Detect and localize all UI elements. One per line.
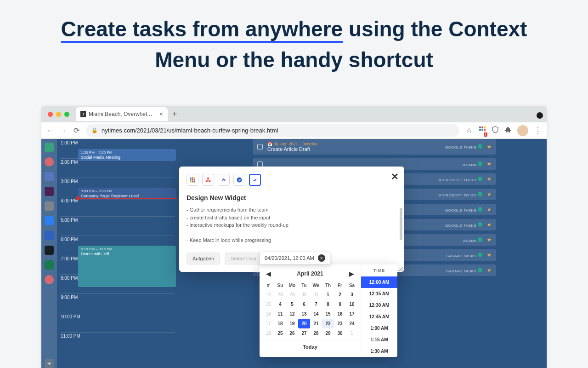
calendar-day[interactable]: 24 <box>346 319 358 328</box>
shield-icon[interactable] <box>492 126 499 135</box>
star-icon[interactable]: ★ <box>487 161 492 167</box>
browser-tab[interactable]: T Miami Beach, Overwhelmed by × <box>76 107 168 121</box>
calendar-day[interactable]: 25 <box>274 328 286 338</box>
sidebar-add-button[interactable]: + <box>45 359 54 368</box>
extensions-puzzle-icon[interactable] <box>504 126 512 135</box>
calendar-day[interactable]: 26 <box>286 328 298 338</box>
calendar-day[interactable]: 14 <box>310 309 322 319</box>
reload-icon[interactable]: ⟳ <box>74 126 79 135</box>
calendar-day[interactable]: 28 <box>274 290 286 299</box>
profile-avatar[interactable] <box>517 125 528 136</box>
star-icon[interactable]: ★ <box>487 191 492 197</box>
integration-google-icon[interactable] <box>187 174 198 186</box>
calendar-day[interactable]: 16 <box>334 309 346 319</box>
time-option[interactable]: 12:45 AM <box>361 311 397 322</box>
modal-close-icon[interactable]: ✕ <box>391 171 399 182</box>
calendar-day[interactable]: 31 <box>310 290 322 299</box>
forward-icon[interactable]: → <box>60 126 67 135</box>
maximize-window-icon[interactable] <box>64 112 69 117</box>
kebab-menu-icon[interactable]: ⋮ <box>534 126 542 136</box>
next-month-icon[interactable]: ▶ <box>349 270 354 277</box>
time-option[interactable]: 12:00 AM <box>361 276 397 288</box>
sidebar-app-7[interactable] <box>45 231 54 240</box>
calendar-day[interactable]: 2 <box>334 290 346 299</box>
star-icon[interactable]: ★ <box>487 176 492 182</box>
calendar-day[interactable]: 13 <box>298 309 310 319</box>
calendar-day[interactable]: 30 <box>334 328 346 338</box>
star-icon[interactable]: ★ <box>487 267 492 273</box>
time-option[interactable]: 1:15 AM <box>361 334 397 345</box>
calendar-day[interactable]: 4 <box>274 299 286 309</box>
select-list-button[interactable]: Aufgaben <box>187 253 220 264</box>
sidebar-app-1[interactable] <box>45 143 54 152</box>
integration-asana-icon[interactable] <box>202 174 214 186</box>
calendar-day[interactable]: 1 <box>322 290 334 299</box>
calendar-day[interactable]: 27 <box>298 328 310 338</box>
star-icon[interactable]: ★ <box>487 207 492 213</box>
time-option[interactable]: 1:00 AM <box>361 322 397 334</box>
calendar-day[interactable]: 3 <box>346 290 358 299</box>
task-row[interactable]: 📅 06. Apr. 2021 - OverdueCreate Article … <box>253 139 496 155</box>
calendar-day[interactable]: 20 <box>298 319 310 328</box>
close-window-icon[interactable] <box>48 112 53 117</box>
calendar-day[interactable]: 28 <box>310 328 322 338</box>
calendar-day[interactable]: 29 <box>286 290 298 299</box>
star-icon[interactable]: ☆ <box>466 126 472 135</box>
sidebar-app-8[interactable] <box>45 246 54 255</box>
new-tab-button[interactable]: + <box>172 109 177 119</box>
sidebar-app-2[interactable] <box>45 157 54 167</box>
calendar-day[interactable]: 5 <box>286 299 298 309</box>
calendar-day[interactable]: 17 <box>346 309 358 319</box>
calendar-event[interactable]: 6:15 PM – 8:15 PMDinner with Jeff <box>78 246 176 287</box>
calendar-day[interactable]: 18 <box>274 319 286 328</box>
minimize-window-icon[interactable] <box>56 112 61 117</box>
address-bar[interactable]: 🔒 nytimes.com/2021/03/21/us/miami-beach-… <box>86 124 459 137</box>
calendar-day[interactable]: 30 <box>298 290 310 299</box>
calendar-day[interactable]: 9 <box>334 299 346 309</box>
task-checkbox[interactable] <box>257 161 263 167</box>
today-button[interactable]: Today <box>262 340 358 353</box>
calendar-day[interactable]: 10 <box>346 299 358 309</box>
calendar-day[interactable]: 11 <box>274 309 286 319</box>
integration-clickup-icon[interactable] <box>218 174 230 186</box>
star-icon[interactable]: ★ <box>487 144 492 150</box>
time-option[interactable]: 12:30 AM <box>361 299 397 311</box>
date-chip[interactable]: 04/20/2021, 12:00 AM × <box>260 252 330 264</box>
sidebar-app-9[interactable] <box>45 260 54 270</box>
time-option[interactable]: 1:30 AM <box>361 345 397 357</box>
integration-jira-icon[interactable] <box>233 174 245 186</box>
calendar-day[interactable]: 22 <box>322 319 334 328</box>
extension-settings-icon[interactable] <box>537 112 543 119</box>
select-user-button[interactable]: Select User <box>225 253 263 264</box>
calendar-event[interactable]: 1:30 PM – 2:30 PMSocial Media Meeting <box>78 149 176 161</box>
extension-icon[interactable]: 2 <box>479 126 486 135</box>
sidebar-app-4[interactable] <box>45 187 54 196</box>
task-description[interactable]: - Gather requirements from the team- cre… <box>187 206 397 244</box>
tab-close-icon[interactable]: × <box>159 110 163 118</box>
calendar-day[interactable]: 21 <box>310 319 322 328</box>
calendar-day[interactable]: 29 <box>322 328 334 338</box>
calendar-day[interactable]: 7 <box>310 299 322 309</box>
star-icon[interactable]: ★ <box>487 222 492 228</box>
sidebar-app-10[interactable] <box>45 275 54 284</box>
task-checkbox[interactable] <box>257 144 263 150</box>
calendar-day[interactable]: 12 <box>286 309 298 319</box>
sidebar-app-3[interactable] <box>45 172 54 181</box>
modal-scrollbar[interactable] <box>400 208 402 240</box>
clear-date-icon[interactable]: × <box>318 254 325 262</box>
time-option[interactable]: 12:15 AM <box>361 288 397 299</box>
back-icon[interactable]: ← <box>46 126 53 135</box>
calendar-day[interactable]: 8 <box>322 299 334 309</box>
calendar-day[interactable]: 15 <box>322 309 334 319</box>
calendar-day[interactable]: 23 <box>334 319 346 328</box>
calendar-day[interactable]: 19 <box>286 319 298 328</box>
star-icon[interactable]: ★ <box>487 237 492 243</box>
prev-month-icon[interactable]: ◀ <box>266 270 271 277</box>
sidebar-app-5[interactable] <box>45 201 54 211</box>
integration-todo-icon[interactable] <box>249 174 261 186</box>
resize-handle-icon[interactable] <box>399 266 403 271</box>
sidebar-app-6[interactable] <box>45 216 54 225</box>
calendar-day[interactable]: 6 <box>298 299 310 309</box>
star-icon[interactable]: ★ <box>487 252 492 258</box>
calendar-day[interactable]: 1 <box>346 328 358 338</box>
